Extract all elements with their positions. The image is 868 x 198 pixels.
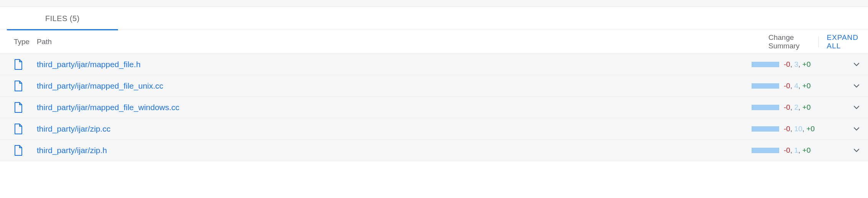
change-deltas: -0, 10, +0 — [784, 125, 845, 133]
file-icon — [14, 124, 23, 134]
delta-added: +0 — [802, 103, 811, 111]
change-bar — [752, 62, 779, 67]
change-bar — [752, 148, 779, 153]
delta-modified: 1 — [794, 146, 798, 154]
change-bar — [752, 105, 779, 110]
delta-modified: 2 — [794, 103, 798, 111]
table-row[interactable]: third_party/ijar/mapped_file_unix.cc -0,… — [0, 75, 868, 97]
file-list-header: Type Path Change Summary EXPAND ALL — [0, 30, 868, 54]
chevron-down-icon[interactable] — [853, 125, 860, 132]
delta-added: +0 — [806, 125, 815, 133]
chevron-down-icon[interactable] — [853, 82, 860, 89]
file-icon — [14, 102, 23, 113]
delta-removed: -0 — [784, 60, 790, 68]
change-bar — [752, 83, 779, 89]
delta-removed: -0 — [784, 103, 790, 111]
delta-modified: 4 — [794, 82, 798, 90]
table-row[interactable]: third_party/ijar/mapped_file.h -0, 3, +0 — [0, 54, 868, 75]
file-icon — [14, 81, 23, 91]
change-bar — [752, 126, 779, 132]
delta-removed: -0 — [784, 125, 790, 133]
header-path: Path — [37, 38, 52, 46]
tab-underline — [7, 29, 118, 30]
change-deltas: -0, 4, +0 — [784, 82, 845, 90]
change-deltas: -0, 2, +0 — [784, 103, 845, 112]
tabs-bar: FILES (5) — [0, 7, 868, 30]
delta-modified: 3 — [794, 60, 798, 68]
change-deltas: -0, 1, +0 — [784, 146, 845, 155]
file-path[interactable]: third_party/ijar/mapped_file.h — [37, 60, 141, 69]
file-path[interactable]: third_party/ijar/mapped_file_unix.cc — [37, 81, 163, 90]
header-change-summary: Change Summary — [768, 33, 810, 50]
table-row[interactable]: third_party/ijar/mapped_file_windows.cc … — [0, 97, 868, 118]
file-icon — [14, 145, 23, 156]
file-path[interactable]: third_party/ijar/zip.cc — [37, 124, 111, 133]
file-path[interactable]: third_party/ijar/mapped_file_windows.cc — [37, 103, 179, 112]
delta-added: +0 — [802, 82, 811, 90]
expand-all-button[interactable]: EXPAND ALL — [827, 33, 860, 50]
delta-removed: -0 — [784, 82, 790, 90]
table-row[interactable]: third_party/ijar/zip.cc -0, 10, +0 — [0, 118, 868, 140]
tab-files[interactable]: FILES (5) — [7, 7, 118, 30]
delta-removed: -0 — [784, 146, 790, 154]
delta-added: +0 — [802, 146, 811, 154]
header-divider — [818, 36, 819, 47]
file-list: third_party/ijar/mapped_file.h -0, 3, +0… — [0, 54, 868, 161]
file-icon — [14, 59, 23, 70]
chevron-down-icon[interactable] — [853, 147, 860, 154]
delta-added: +0 — [802, 60, 811, 68]
header-type: Type — [14, 38, 29, 46]
top-strip — [0, 0, 868, 7]
chevron-down-icon[interactable] — [853, 61, 860, 68]
tab-files-label: FILES (5) — [45, 14, 80, 23]
table-row[interactable]: third_party/ijar/zip.h -0, 1, +0 — [0, 140, 868, 161]
delta-modified: 10 — [794, 125, 802, 133]
chevron-down-icon[interactable] — [853, 104, 860, 111]
change-deltas: -0, 3, +0 — [784, 60, 845, 69]
file-path[interactable]: third_party/ijar/zip.h — [37, 146, 107, 155]
